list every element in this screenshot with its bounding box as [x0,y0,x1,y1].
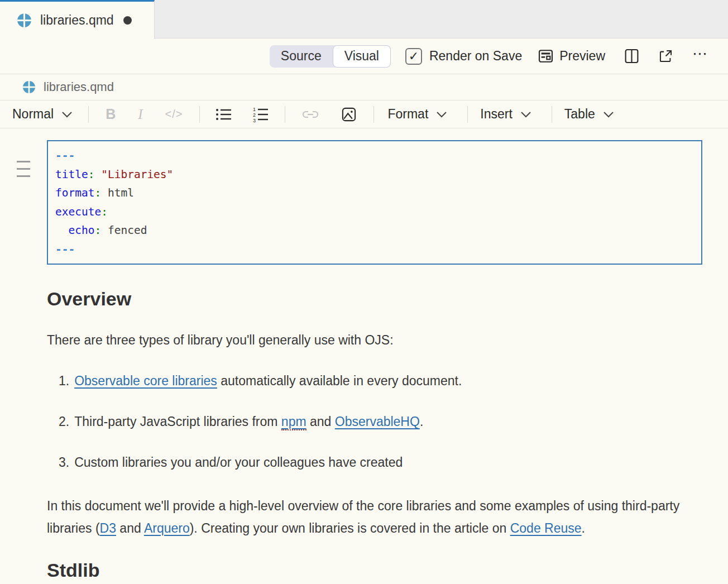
italic-button[interactable]: I [138,107,142,122]
numbered-list-icon: 1 2 3 [252,107,269,122]
doc-link[interactable]: ObservableHQ [335,414,420,429]
breadcrumb-file-name[interactable]: libraries.qmd [44,80,114,94]
insert-menu[interactable]: Insert [480,107,531,122]
yaml-code-line: echo: fenced [55,221,694,240]
text-segment: and [306,414,335,429]
doc-link[interactable]: Observable core libraries [74,374,217,388]
render-on-save-label: Render on Save [429,49,522,64]
doc-link[interactable]: Arquero [144,521,190,535]
list-number: 2. [59,414,69,429]
split-editor-button[interactable] [624,48,639,64]
tab-title: libraries.qmd [40,13,114,28]
svg-text:3: 3 [253,118,256,122]
open-external-icon [658,49,673,64]
visual-editor-canvas[interactable]: ---title: "Libraries"format: htmlexecute… [0,140,728,581]
ellipsis-icon: ⋯ [692,46,709,66]
yaml-code-line: execute: [55,203,694,222]
list-item: 1.Observable core libraries automaticall… [59,372,702,389]
render-on-save-checkbox[interactable]: ✓ [405,48,422,65]
editor-toolbar: Source Visual ✓ Render on Save Preview ⋯ [0,39,728,74]
link-icon [302,109,319,119]
open-external-button[interactable] [658,49,673,64]
chevron-down-icon [436,111,447,118]
list-number: 3. [59,455,69,470]
unsaved-changes-dot [123,16,132,25]
format-menu-label: Format [387,107,428,122]
text-segment: Third-party JavaScript libraries from [74,414,281,429]
svg-text:1: 1 [253,107,256,112]
bold-button[interactable]: B [106,106,116,122]
more-options-button[interactable]: ⋯ [692,46,709,66]
image-button[interactable] [341,107,357,122]
section-heading-overview: Overview [47,288,702,310]
quarto-file-icon [22,80,36,94]
preview-icon [538,48,554,64]
doc-link[interactable]: Code Reuse [510,521,582,535]
body-paragraph: In this document we'll provide a high-le… [47,495,702,539]
list-item: 3.Custom libraries you and/or your colle… [59,454,702,471]
text-segment: automatically available in every documen… [217,374,462,388]
section-heading-stdlib: Stdlib [47,559,702,581]
list-item: 2.Third-party JavaScript libraries from … [59,413,702,430]
editor-mode-toggle: Source Visual [270,45,391,68]
table-menu[interactable]: Table [564,107,614,122]
visual-mode-button[interactable]: Visual [333,45,391,68]
chevron-down-icon [603,111,614,118]
block-drag-handle-icon[interactable] [17,161,30,183]
tab-bar: libraries.qmd [0,0,728,39]
text-segment: and [116,521,144,535]
inline-code-button[interactable]: </> [165,108,183,121]
preview-button[interactable]: Preview [538,48,605,64]
preview-label: Preview [559,49,605,64]
yaml-code-line: --- [55,146,694,165]
table-menu-label: Table [564,107,595,122]
link-button[interactable] [302,109,319,119]
text-segment: . [582,521,585,535]
numbered-list-button[interactable]: 1 2 3 [252,107,269,122]
text-segment: . [420,414,423,429]
yaml-code-line: format: html [55,184,694,203]
breadcrumb: libraries.qmd [0,74,728,100]
yaml-code-line: title: "Libraries" [55,165,694,184]
chevron-down-icon [61,111,73,118]
quarto-file-icon [17,13,32,28]
format-menu[interactable]: Format [387,107,447,122]
insert-menu-label: Insert [480,107,513,122]
split-editor-icon [624,48,639,64]
render-on-save-control: ✓ Render on Save [405,48,522,65]
text-segment: Custom libraries you and/or your colleag… [74,455,403,470]
tab-libraries-qmd[interactable]: libraries.qmd [0,0,155,39]
yaml-front-matter-block[interactable]: ---title: "Libraries"format: htmlexecute… [47,140,702,265]
bulleted-list-icon [215,107,232,122]
format-toolbar: Normal B I </> 1 2 3 [0,100,728,128]
intro-paragraph: There are three types of library you'll … [47,329,702,351]
image-icon [341,107,357,122]
svg-text:2: 2 [253,112,256,118]
text-segment: ). Creating your own libraries is covere… [190,521,510,535]
chevron-down-icon [520,111,531,118]
list-number: 1. [59,374,69,388]
paragraph-style-value: Normal [12,107,54,122]
doc-link[interactable]: npm [281,414,306,430]
yaml-code-line: --- [55,240,694,259]
doc-link[interactable]: D3 [100,521,116,535]
bulleted-list-button[interactable] [215,107,232,122]
numbered-list: 1.Observable core libraries automaticall… [47,372,702,471]
paragraph-style-dropdown[interactable]: Normal [12,107,73,122]
source-mode-button[interactable]: Source [270,45,333,68]
